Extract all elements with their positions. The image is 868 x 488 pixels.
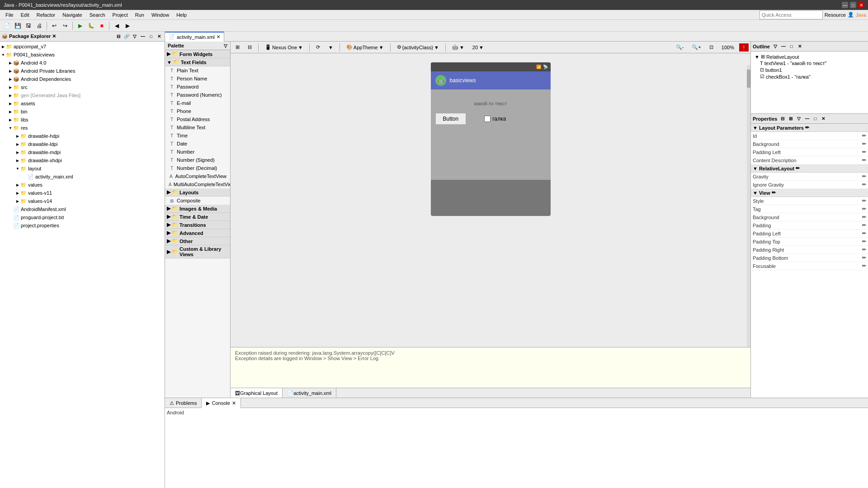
tree-item-appcompat[interactable]: ▶ 📁 appcompat_v7 — [1, 42, 164, 51]
palette-item-password-numeric[interactable]: T Password (Numeric) — [165, 91, 230, 99]
prop-ignore-gravity-edit[interactable]: ✏ — [862, 182, 866, 188]
tree-item-private-libs[interactable]: ▶ 📦 Android Private Libraries — [1, 67, 164, 75]
prop-padding-right-edit[interactable]: ✏ — [862, 247, 866, 253]
tree-arrow-p0041[interactable]: ▼ — [1, 52, 5, 57]
prop-padding-right-value[interactable]: ✏ — [816, 247, 866, 253]
run-button[interactable]: ▶ — [75, 21, 85, 31]
tree-item-drawable-mdpi[interactable]: ▶ 📁 drawable-mdpi — [1, 148, 164, 156]
problems-tab[interactable]: ⚠ Problems — [165, 398, 202, 408]
console-close-icon[interactable]: ✕ — [232, 400, 236, 406]
menu-file[interactable]: File — [2, 11, 17, 19]
tree-arrow-bin[interactable]: ▶ — [8, 109, 13, 114]
palette-item-number-decimal[interactable]: T Number (Decimal) — [165, 164, 230, 172]
palette-item-email[interactable]: T E-mail — [165, 99, 230, 107]
props-section-relative-layout[interactable]: ▼ RelativeLayout ✏ — [751, 164, 868, 173]
palette-expand-icon[interactable]: ▽ — [224, 43, 227, 48]
maximize-panel-icon[interactable]: □ — [147, 33, 155, 40]
properties-minimize-icon[interactable]: — — [803, 115, 811, 122]
palette-item-autocomplete[interactable]: A AutoCompleteTextView — [165, 172, 230, 180]
prop-padding-bottom-edit[interactable]: ✏ — [862, 255, 866, 261]
tree-item-values-v14[interactable]: ▶ 📁 values-v14 — [1, 197, 164, 205]
props-section-view[interactable]: ▼ View ✏ — [751, 189, 868, 197]
fit-to-window-btn[interactable]: ⊡ — [706, 43, 717, 52]
quick-access-input[interactable] — [760, 10, 823, 19]
prop-style-edit[interactable]: ✏ — [862, 198, 866, 204]
tree-item-gen[interactable]: ▶ 📁 gen [Generated Java Files] — [1, 91, 164, 99]
outline-item-button1[interactable]: ⊡ button1 — [753, 66, 866, 73]
prop-gravity-value[interactable]: ✏ — [816, 174, 866, 179]
tree-arrow-libs[interactable]: ▶ — [8, 117, 13, 122]
tree-arrow-values[interactable]: ▶ — [15, 183, 20, 187]
palette-item-multiline-text[interactable]: T Multiline Text — [165, 123, 230, 131]
tree-item-libs[interactable]: ▶ 📁 libs — [1, 116, 164, 124]
collapse-all-icon[interactable]: ⊟ — [115, 33, 122, 40]
tree-arrow-appcompat[interactable]: ▶ — [1, 44, 5, 49]
tree-arrow-values-v14[interactable]: ▶ — [15, 199, 20, 203]
editor-tab-activity-main[interactable]: 📄 activity_main.xml ✕ — [165, 32, 224, 42]
palette-item-composite[interactable]: ⊞ Composite — [165, 197, 230, 205]
tree-arrow-drawable-mdpi[interactable]: ▶ — [15, 150, 20, 155]
prop-padding-left-value[interactable]: ✏ — [816, 149, 866, 155]
menu-edit[interactable]: Edit — [17, 11, 33, 19]
tree-item-values-v11[interactable]: ▶ 📁 values-v11 — [1, 189, 164, 197]
tree-item-drawable-xhdpi[interactable]: ▶ 📁 drawable-xhdpi — [1, 156, 164, 164]
tree-arrow-android40[interactable]: ▶ — [8, 61, 13, 65]
palette-item-number[interactable]: T Number — [165, 148, 230, 156]
palette-section-form-widgets-header[interactable]: ▶ 📁 Form Widgets — [165, 50, 230, 58]
close-button[interactable]: ✕ — [858, 2, 864, 8]
tree-item-res[interactable]: ▼ 📁 res — [1, 124, 164, 132]
tree-item-values[interactable]: ▶ 📁 values — [1, 181, 164, 189]
tree-item-bin[interactable]: ▶ 📁 bin — [1, 108, 164, 116]
tree-arrow-layout[interactable]: ▼ — [15, 166, 20, 171]
prop-style-value[interactable]: ✏ — [816, 198, 866, 204]
tree-arrow-deps[interactable]: ▶ — [8, 77, 13, 81]
properties-close-icon[interactable]: ✕ — [820, 115, 827, 122]
tab-close-activity[interactable]: ✕ — [217, 34, 220, 39]
menu-navigate[interactable]: Navigate — [59, 11, 85, 19]
prop-padding-edit[interactable]: ✏ — [862, 222, 866, 228]
api-selector[interactable]: 🤖 ▼ — [449, 43, 467, 52]
prop-focusable-value[interactable]: ✏ — [816, 263, 866, 269]
activity-main-tab[interactable]: 📄 activity_main.xml — [283, 388, 336, 398]
orientation-btn[interactable]: ⟳ — [313, 43, 323, 52]
prop-tag-edit[interactable]: ✏ — [862, 206, 866, 212]
prop-bg-value[interactable]: ✏ — [816, 141, 866, 147]
palette-section-images-media-header[interactable]: ▶ 📁 Images & Media — [165, 205, 230, 213]
palette-item-number-signed[interactable]: T Number (Signed) — [165, 156, 230, 164]
prop-bg-edit[interactable]: ✏ — [862, 141, 866, 147]
menu-help[interactable]: Help — [173, 11, 190, 19]
save-all-button[interactable]: 🖫 — [24, 21, 33, 31]
tree-arrow-drawable-hdpi[interactable]: ▶ — [15, 134, 20, 138]
undo-button[interactable]: ↩ — [49, 21, 59, 31]
palette-item-time[interactable]: T Time — [165, 131, 230, 140]
minimize-panel-icon[interactable]: — — [139, 33, 146, 40]
tree-arrow-gen[interactable]: ▶ — [8, 93, 13, 98]
prop-id-edit[interactable]: ✏ — [862, 133, 866, 139]
tree-item-proguard[interactable]: 📄 proguard-project.txt — [1, 213, 164, 221]
console-tab[interactable]: ▶ Console ✕ — [202, 398, 241, 408]
tree-arrow-values-v11[interactable]: ▶ — [15, 191, 20, 195]
palette-item-person-name[interactable]: T Person Name — [165, 75, 230, 83]
outline-item-textview1[interactable]: T textView1 - "какой-то текст" — [753, 60, 866, 66]
save-button[interactable]: 💾 — [13, 21, 23, 31]
canvas-toggle-btn2[interactable]: ⊟ — [245, 43, 255, 52]
palette-item-password[interactable]: T Password — [165, 83, 230, 91]
prop-content-desc-value[interactable]: ✏ — [816, 157, 866, 163]
palette-section-layouts-header[interactable]: ▶ 📁 Layouts — [165, 188, 230, 197]
properties-sort-icon[interactable]: ⊞ — [787, 115, 794, 122]
tree-item-drawable-ldpi[interactable]: ▶ 📁 drawable-ldpi — [1, 140, 164, 148]
outline-close-icon[interactable]: ✕ — [796, 43, 803, 50]
tree-arrow-private-libs[interactable]: ▶ — [8, 69, 13, 73]
tree-arrow-drawable-xhdpi[interactable]: ▶ — [15, 158, 20, 163]
properties-filter-icon[interactable]: ⊟ — [779, 115, 786, 122]
prop-gravity-edit[interactable]: ✏ — [862, 174, 866, 179]
phone-checkbox-box[interactable] — [484, 116, 491, 122]
prop-ignore-gravity-value[interactable]: ✏ — [816, 182, 866, 188]
tree-item-src[interactable]: ▶ 📁 src — [1, 83, 164, 91]
prop-content-desc-edit[interactable]: ✏ — [862, 157, 866, 163]
prop-id-value[interactable]: ✏ — [816, 133, 866, 139]
close-panel-icon[interactable]: ✕ — [156, 33, 163, 40]
menu-project[interactable]: Project — [109, 11, 132, 19]
tree-item-androidmanifest[interactable]: 📄 AndroidManifest.xml — [1, 205, 164, 213]
maximize-button[interactable]: □ — [850, 2, 856, 8]
